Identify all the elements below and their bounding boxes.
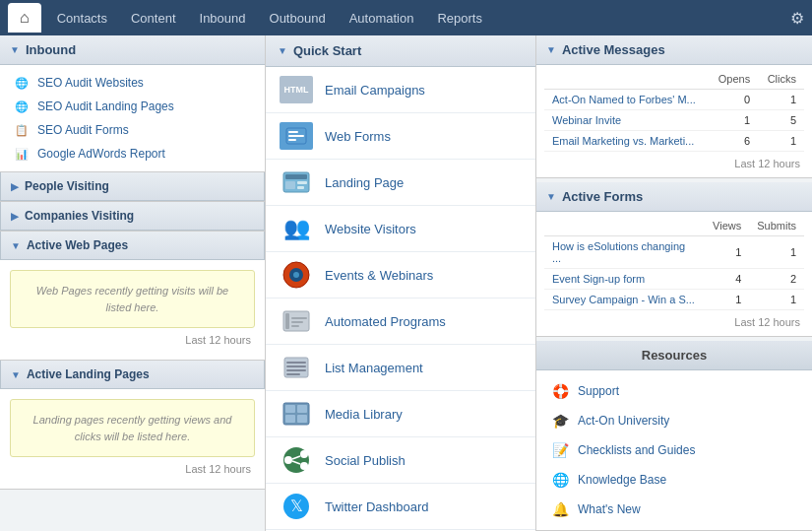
form-label-1[interactable]: How is eSolutions changing ... [544,236,705,269]
left-panel: ▼ Inbound 🌐 SEO Audit Websites 🌐 SEO Aud… [0,35,266,531]
active-messages-label: Active Messages [562,42,665,57]
inbound-label: Inbound [26,42,76,57]
messages-arrow: ▼ [546,44,556,55]
messages-col-clicks-header: Clicks [758,69,804,90]
email-campaigns-item[interactable]: HTML Email Campaigns [266,67,535,113]
university-resource[interactable]: 🎓 Act-On University [546,406,802,435]
nav-reports[interactable]: Reports [425,5,494,32]
svg-rect-3 [288,139,296,141]
checklists-resource[interactable]: 📝 Checklists and Guides [546,435,802,465]
message-clicks-2: 5 [758,110,804,131]
settings-icon[interactable]: ⚙ [790,9,804,28]
automated-programs-item[interactable]: Automated Programs [266,299,535,345]
events-webinars-label: Events & Webinars [325,268,433,283]
active-landing-pages-header[interactable]: ▼ Active Landing Pages [0,361,265,389]
seo-websites-label: SEO Audit Websites [37,76,144,90]
message-label-1[interactable]: Act-On Named to Forbes' M... [544,90,709,110]
active-web-pages-content: Web Pages recently getting visits will b… [0,260,265,360]
list-management-item[interactable]: List Management [266,345,535,391]
resources-section: Resources 🛟 Support 🎓 Act-On University … [536,341,812,531]
right-panel: ▼ Active Messages Opens Clicks Act-On Na [536,35,812,531]
nav-automation[interactable]: Automation [338,5,426,32]
active-forms-header[interactable]: ▼ Active Forms [536,182,812,212]
message-label-3[interactable]: Email Marketing vs. Marketi... [544,131,709,152]
companies-visiting-header[interactable]: ▶ Companies Visiting [0,202,265,231]
svg-rect-26 [297,415,307,423]
forms-col-views-header: Views [705,216,749,236]
companies-arrow: ▶ [11,211,19,222]
home-icon: ⌂ [20,9,30,27]
svg-rect-19 [286,365,306,367]
svg-rect-23 [285,405,295,413]
messages-table: Opens Clicks Act-On Named to Forbes' M..… [544,69,804,152]
main-layout: ▼ Inbound 🌐 SEO Audit Websites 🌐 SEO Aud… [0,35,812,531]
website-visitors-item[interactable]: 👥 Website Visitors [266,206,535,252]
web-pages-empty-message: Web Pages recently getting visits will b… [10,270,255,328]
active-web-pages-header[interactable]: ▼ Active Web Pages [0,232,265,260]
people-arrow: ▶ [11,181,19,192]
form-label-3[interactable]: Survey Campaign - Win a S... [544,290,705,310]
quick-start-arrow: ▼ [278,45,287,56]
twitter-dashboard-item[interactable]: 𝕏 Twitter Dashboard [266,484,535,530]
people-visiting-header[interactable]: ▶ People Visiting [0,172,265,201]
svg-point-11 [293,272,299,278]
quick-start-label: Quick Start [293,43,361,58]
adwords-label: Google AdWords Report [37,147,165,161]
form-row-3: Survey Campaign - Win a S... 1 1 [544,290,804,310]
nav-outbound[interactable]: Outbound [258,5,338,32]
seo-forms-link[interactable]: 📋 SEO Audit Forms [0,118,265,142]
resources-label: Resources [642,348,707,363]
inbound-header[interactable]: ▼ Inbound [0,35,265,65]
svg-point-30 [300,462,308,470]
message-label-2[interactable]: Webinar Invite [544,110,709,131]
inbound-links: 🌐 SEO Audit Websites 🌐 SEO Audit Landing… [0,65,265,171]
form-row-1: How is eSolutions changing ... 1 1 [544,236,804,269]
resources-header: Resources [536,341,812,370]
web-forms-icon [280,122,313,150]
svg-text:𝕏: 𝕏 [290,498,303,514]
active-forms-section: ▼ Active Forms Views Submits How is eSol [536,182,812,337]
home-button[interactable]: ⌂ [8,3,41,33]
events-webinars-item[interactable]: Events & Webinars [266,252,535,299]
companies-visiting-section: ▶ Companies Visiting [0,202,265,232]
nav-inbound[interactable]: Inbound [188,5,258,32]
social-publish-icon [280,446,313,474]
seo-landing-link[interactable]: 🌐 SEO Audit Landing Pages [0,95,265,118]
form-submits-3: 1 [749,290,804,310]
inbound-section: ▼ Inbound 🌐 SEO Audit Websites 🌐 SEO Aud… [0,35,265,172]
email-campaigns-label: Email Campaigns [325,83,425,98]
landing-page-label: Landing Page [325,175,404,190]
svg-rect-7 [297,181,307,184]
svg-rect-18 [286,362,306,364]
svg-point-29 [284,456,292,464]
quick-start-items: HTML Email Campaigns Web Forms Landing P… [266,67,535,531]
inbound-arrow: ▼ [10,44,20,55]
quick-start-header[interactable]: ▼ Quick Start [266,35,535,67]
checklists-label: Checklists and Guides [578,443,695,457]
form-row-2: Event Sign-up form 4 2 [544,269,804,290]
seo-websites-link[interactable]: 🌐 SEO Audit Websites [0,71,265,95]
svg-rect-21 [286,373,300,375]
support-icon: 🛟 [550,381,570,401]
nav-contacts[interactable]: Contacts [45,5,119,32]
adwords-link[interactable]: 📊 Google AdWords Report [0,142,265,166]
media-library-item[interactable]: Media Library [266,391,535,437]
knowledge-base-resource[interactable]: 🌐 Knowledge Base [546,465,802,495]
form-views-1: 1 [705,236,749,269]
landing-page-item[interactable]: Landing Page [266,160,535,206]
forms-arrow: ▼ [546,191,556,202]
web-forms-item[interactable]: Web Forms [266,113,535,160]
web-pages-last-hours: Last 12 hours [10,328,255,350]
events-webinars-icon [280,261,313,289]
media-library-icon [280,400,313,428]
support-resource[interactable]: 🛟 Support [546,376,802,406]
whats-new-resource[interactable]: 🔔 What's New [546,495,802,524]
active-messages-header[interactable]: ▼ Active Messages [536,35,812,65]
people-visiting-section: ▶ People Visiting [0,172,265,202]
form-label-2[interactable]: Event Sign-up form [544,269,705,290]
message-clicks-3: 1 [758,131,804,152]
active-landing-pages-label: Active Landing Pages [27,367,150,381]
social-publish-item[interactable]: Social Publish [266,437,535,484]
support-label: Support [578,384,619,398]
nav-content[interactable]: Content [119,5,188,32]
